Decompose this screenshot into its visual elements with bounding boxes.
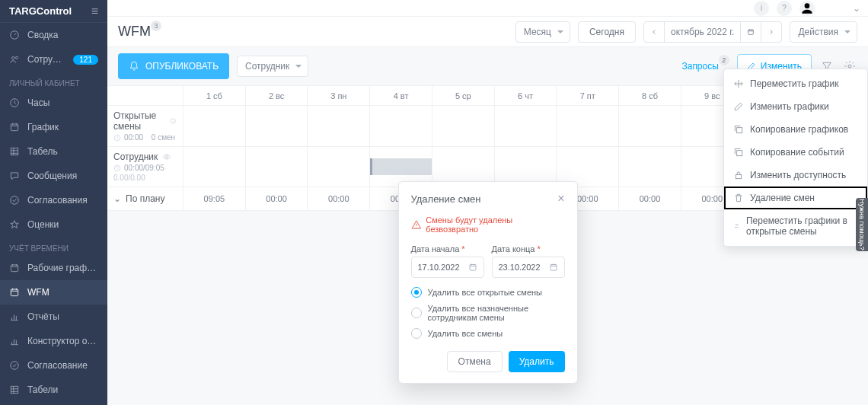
sidebar-item-label: График bbox=[27, 122, 98, 132]
grid-cell[interactable] bbox=[619, 106, 681, 146]
sidebar-item-Сводка[interactable]: Сводка bbox=[0, 23, 107, 47]
plan-cell: 09:05 bbox=[183, 187, 246, 210]
open-shifts-title: Открытые смены bbox=[113, 110, 177, 132]
requests-link[interactable]: Запросы 2 bbox=[681, 61, 729, 72]
sidebar-item-График[interactable]: График bbox=[0, 115, 107, 139]
grid-cell[interactable] bbox=[308, 147, 370, 187]
requests-count: 2 bbox=[719, 55, 729, 65]
check-icon bbox=[9, 195, 20, 206]
check-icon bbox=[9, 360, 20, 371]
grid-icon bbox=[9, 384, 20, 395]
sidebar-item-Рабочие графики[interactable]: Рабочие графики bbox=[0, 256, 107, 280]
delete-button[interactable]: Удалить bbox=[509, 351, 565, 372]
topbar: i ? ⌄ bbox=[107, 0, 868, 17]
help-tab[interactable]: Нужна помощь? bbox=[856, 198, 868, 251]
sidebar-item-Оценки[interactable]: Оценки bbox=[0, 212, 107, 237]
sidebar-item-Табель[interactable]: Табель bbox=[0, 139, 107, 164]
grid-cell[interactable] bbox=[246, 106, 308, 146]
svg-point-20 bbox=[166, 156, 168, 158]
sidebar-header: TARGControl ≡ bbox=[0, 0, 107, 23]
svg-rect-25 bbox=[470, 265, 476, 271]
next-period[interactable] bbox=[761, 22, 781, 42]
grid-cell[interactable] bbox=[183, 106, 246, 146]
grid-cell[interactable] bbox=[183, 147, 246, 187]
grid-cell[interactable] bbox=[495, 106, 557, 146]
ctx-item-lock[interactable]: Изменить доступность bbox=[724, 164, 867, 187]
svg-rect-8 bbox=[11, 289, 18, 296]
dropdown-toggle[interactable]: ⌄ bbox=[853, 3, 860, 14]
svg-rect-23 bbox=[737, 151, 742, 156]
grid-cell[interactable] bbox=[432, 106, 495, 146]
sidebar-item-Отчёты[interactable]: Отчёты bbox=[0, 305, 107, 329]
ctx-item-copy[interactable]: Копирование графиков bbox=[724, 118, 867, 141]
end-date-input[interactable]: 23.10.2022 bbox=[492, 257, 565, 278]
employee-title: Сотрудник bbox=[113, 151, 177, 162]
svg-point-9 bbox=[11, 362, 19, 370]
bar-icon bbox=[9, 311, 20, 322]
view-select[interactable]: Месяц bbox=[515, 21, 570, 43]
cancel-button[interactable]: Отмена bbox=[447, 351, 503, 372]
titlebar: WFM 3 Месяц Сегодня октябрь 2022 г. Дейс… bbox=[107, 17, 868, 47]
calendar-icon bbox=[9, 122, 20, 132]
day-header: 1 сб bbox=[183, 86, 246, 105]
day-header: 6 чт bbox=[495, 86, 557, 105]
sidebar-item-Сообщения[interactable]: Сообщения bbox=[0, 164, 107, 188]
period-calendar[interactable] bbox=[741, 22, 761, 42]
start-date-input[interactable]: 17.10.2022 bbox=[411, 257, 484, 278]
sidebar-item-Оценка персонала[interactable]: Оценка персонала bbox=[0, 402, 107, 405]
actions-select[interactable]: Действия bbox=[790, 21, 857, 43]
sidebar-item-label: Сводка bbox=[27, 30, 98, 40]
sidebar-item-label: Конструктор отчётов bbox=[27, 336, 98, 346]
radio-all-shifts[interactable]: Удалить все смены bbox=[411, 328, 565, 339]
close-icon[interactable]: × bbox=[557, 193, 564, 205]
sidebar-item-Часы[interactable]: Часы bbox=[0, 91, 107, 115]
ctx-item-copy[interactable]: Копирование событий bbox=[724, 141, 867, 164]
svg-point-6 bbox=[11, 196, 19, 205]
svg-rect-16 bbox=[748, 30, 754, 34]
radio-open-shifts[interactable]: Удалить все открытые смены bbox=[411, 287, 565, 298]
plan-cell: 00:00 bbox=[619, 187, 681, 210]
ctx-item-move[interactable]: Переместить график bbox=[724, 72, 867, 95]
grid-cell[interactable] bbox=[370, 106, 432, 146]
chat-icon bbox=[9, 171, 20, 181]
svg-rect-22 bbox=[737, 128, 742, 133]
grid-cell[interactable] bbox=[246, 147, 308, 187]
chevron-down-icon[interactable]: ⌄ bbox=[113, 193, 121, 204]
svg-point-1 bbox=[12, 57, 15, 60]
radio-assigned-shifts[interactable]: Удалить все назначенные сотрудникам смен… bbox=[411, 304, 565, 322]
info-icon[interactable]: i bbox=[754, 1, 769, 16]
title-badge: 3 bbox=[151, 21, 161, 31]
prev-period[interactable] bbox=[644, 22, 665, 42]
bar-icon bbox=[9, 336, 20, 346]
sidebar-item-Согласования[interactable]: Согласования bbox=[0, 188, 107, 212]
day-header: 2 вс bbox=[246, 86, 308, 105]
today-button[interactable]: Сегодня bbox=[578, 21, 636, 43]
day-header: 8 сб bbox=[619, 86, 681, 105]
sidebar-item-Конструктор отчётов[interactable]: Конструктор отчётов bbox=[0, 329, 107, 353]
sidebar-item-WFM[interactable]: WFM bbox=[0, 280, 107, 305]
sidebar-item-Сотрудники[interactable]: Сотрудники121 bbox=[0, 47, 107, 72]
sidebar-item-Согласование[interactable]: Согласование bbox=[0, 353, 107, 378]
info-icon bbox=[170, 116, 177, 126]
user-icon[interactable] bbox=[799, 1, 815, 16]
sidebar-toggle[interactable]: ≡ bbox=[91, 5, 98, 18]
ctx-item-trash[interactable]: Удаление смен bbox=[724, 187, 867, 209]
publish-button[interactable]: ОПУБЛИКОВАТЬ bbox=[118, 53, 229, 79]
main-area: i ? ⌄ WFM 3 Месяц Сегодня октябрь 2022 г… bbox=[107, 0, 868, 405]
help-icon[interactable]: ? bbox=[777, 1, 792, 16]
shift-block[interactable] bbox=[370, 158, 432, 175]
grid-cell[interactable] bbox=[619, 147, 681, 187]
sidebar-item-label: Табели bbox=[27, 384, 98, 395]
sidebar-item-label: Сотрудники bbox=[27, 54, 65, 65]
employee-select[interactable]: Сотрудник bbox=[237, 56, 308, 77]
calendar-icon bbox=[9, 263, 20, 273]
ctx-item-edit[interactable]: Изменить графики bbox=[724, 95, 867, 118]
sidebar: TARGControl ≡ СводкаСотрудники121 ЛИЧНЫЙ… bbox=[0, 0, 107, 405]
sidebar-item-label: Согласование bbox=[27, 360, 98, 371]
svg-rect-24 bbox=[736, 174, 742, 178]
ctx-item-swap[interactable]: Переместить графики в открытые смены bbox=[724, 209, 867, 243]
grid-cell[interactable] bbox=[308, 106, 370, 146]
grid-cell[interactable] bbox=[557, 106, 619, 146]
sidebar-item-Табели[interactable]: Табели bbox=[0, 378, 107, 402]
period-label[interactable]: октябрь 2022 г. bbox=[665, 22, 741, 42]
